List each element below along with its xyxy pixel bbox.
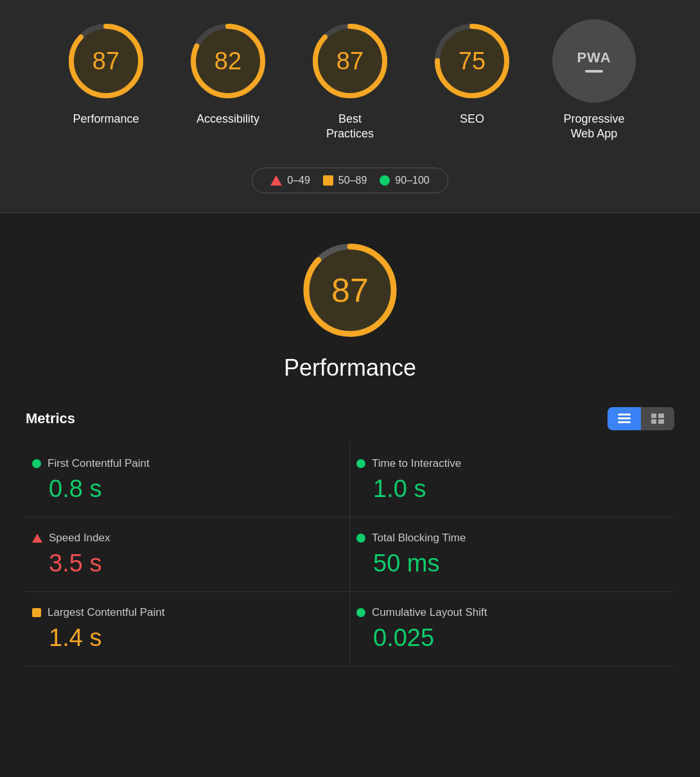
cls-value: 0.025 <box>373 624 661 652</box>
si-name: Speed Index <box>49 532 110 545</box>
gauge-best-practices: 87 <box>308 19 392 103</box>
red-triangle-icon <box>270 175 282 186</box>
metric-cls: Cumulative Layout Shift 0.025 <box>350 592 674 667</box>
pwa-badge: PWA <box>552 19 636 103</box>
metric-si-header: Speed Index <box>32 532 337 545</box>
fcp-status-icon <box>32 459 41 468</box>
score-label-accessibility: Accessibility <box>197 112 259 127</box>
score-item-best-practices[interactable]: 87 BestPractices <box>308 19 392 142</box>
metric-tbt-header: Total Blocking Time <box>356 532 661 545</box>
score-label-seo: SEO <box>460 112 484 127</box>
score-item-accessibility[interactable]: 82 Accessibility <box>186 19 270 142</box>
legend-label-orange: 50–89 <box>338 175 367 186</box>
metric-tti: Time to Interactive 1.0 s <box>350 443 674 518</box>
tti-name: Time to Interactive <box>372 457 461 470</box>
score-value-performance: 87 <box>92 48 119 75</box>
legend-item-red: 0–49 <box>270 175 310 186</box>
tti-value: 1.0 s <box>373 475 661 503</box>
metric-lcp-header: Largest Contentful Paint <box>32 606 337 619</box>
svg-rect-16 <box>618 417 631 419</box>
pwa-text: PWA <box>577 49 611 66</box>
score-value-accessibility: 82 <box>214 48 241 75</box>
toggle-list-button[interactable] <box>608 407 641 430</box>
metric-cls-header: Cumulative Layout Shift <box>356 606 661 619</box>
metric-fcp: First Contentful Paint 0.8 s <box>26 443 350 518</box>
svg-rect-19 <box>658 414 664 418</box>
metric-lcp: Largest Contentful Paint 1.4 s <box>26 592 350 667</box>
fcp-value: 0.8 s <box>49 475 337 503</box>
metrics-header: Metrics <box>26 407 674 430</box>
metric-fcp-header: First Contentful Paint <box>32 457 337 470</box>
metric-tbt: Total Blocking Time 50 ms <box>350 518 674 592</box>
main-gauge: 87 <box>299 239 401 342</box>
score-label-performance: Performance <box>73 112 139 127</box>
lcp-name: Largest Contentful Paint <box>48 606 164 619</box>
score-item-performance[interactable]: 87 Performance <box>64 19 148 142</box>
gauge-performance: 87 <box>64 19 148 103</box>
score-label-best-practices: BestPractices <box>326 112 374 142</box>
gauge-accessibility: 82 <box>186 19 270 103</box>
legend-item-orange: 50–89 <box>323 175 367 186</box>
svg-rect-21 <box>658 419 664 424</box>
view-toggle[interactable] <box>608 407 674 430</box>
legend-label-red: 0–49 <box>287 175 310 186</box>
svg-rect-17 <box>618 421 631 423</box>
cls-status-icon <box>356 608 365 617</box>
tbt-value: 50 ms <box>373 550 661 577</box>
score-item-seo[interactable]: 75 SEO <box>430 19 514 142</box>
lcp-status-icon <box>32 608 41 617</box>
fcp-name: First Contentful Paint <box>48 457 150 470</box>
tbt-name: Total Blocking Time <box>372 532 466 545</box>
scores-section: 87 Performance 82 Accessibility <box>0 0 700 213</box>
score-value-best-practices: 87 <box>337 48 363 75</box>
cls-name: Cumulative Layout Shift <box>372 606 487 619</box>
legend-label-green: 90–100 <box>395 175 429 186</box>
metric-tti-header: Time to Interactive <box>356 457 661 470</box>
gauge-seo: 75 <box>430 19 514 103</box>
scores-row: 87 Performance 82 Accessibility <box>64 19 636 142</box>
toggle-grid-button[interactable] <box>641 407 674 430</box>
si-value: 3.5 s <box>49 550 337 577</box>
svg-rect-15 <box>618 414 631 415</box>
score-item-pwa[interactable]: PWA ProgressiveWeb App <box>552 19 636 142</box>
score-label-pwa: ProgressiveWeb App <box>563 112 624 142</box>
metrics-grid: First Contentful Paint 0.8 s Time to Int… <box>26 443 674 667</box>
orange-square-icon <box>323 175 333 186</box>
metric-si: Speed Index 3.5 s <box>26 518 350 592</box>
legend: 0–49 50–89 90–100 <box>252 168 448 193</box>
si-status-icon <box>32 534 42 543</box>
score-value-seo: 75 <box>459 48 486 75</box>
main-section: 87 Performance Metrics <box>0 213 700 686</box>
tti-status-icon <box>356 459 365 468</box>
svg-rect-20 <box>651 419 656 424</box>
metrics-title: Metrics <box>26 410 75 427</box>
lcp-value: 1.4 s <box>49 624 337 652</box>
main-score-display: 87 Performance <box>26 239 674 381</box>
tbt-status-icon <box>356 534 365 543</box>
main-score-label: Performance <box>284 354 416 381</box>
pwa-dash <box>585 70 603 73</box>
green-dot-icon <box>380 175 390 186</box>
legend-item-green: 90–100 <box>380 175 429 186</box>
main-score-value: 87 <box>331 271 369 310</box>
svg-rect-18 <box>651 414 656 418</box>
